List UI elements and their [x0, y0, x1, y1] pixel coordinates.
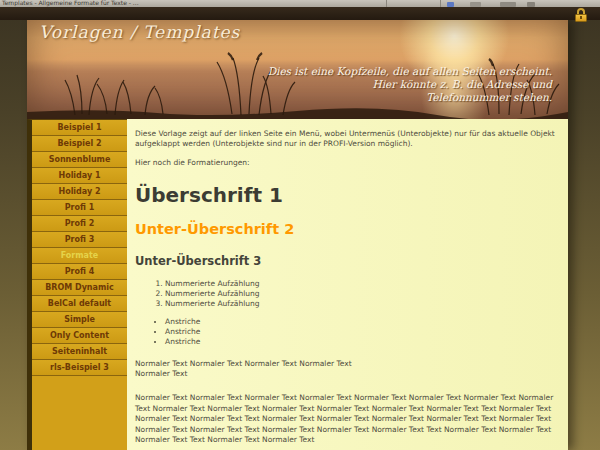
sidebar-item-seiteninhalt[interactable]: Seiteninhalt	[32, 344, 127, 360]
sidebar-item-beispiel-2[interactable]: Beispiel 2	[32, 136, 127, 152]
sidebar-item-beispiel-1[interactable]: Beispiel 1	[32, 120, 127, 136]
sidebar-item-formate[interactable]: Formate	[32, 248, 127, 264]
heading-3: Unter-Überschrift 3	[135, 254, 556, 268]
sidebar-item-holiday-1[interactable]: Holiday 1	[32, 168, 127, 184]
titlebar-divider	[386, 0, 387, 7]
numbered-list-item: Nummerierte Aufzählung	[165, 299, 556, 309]
bullet-list-item: Anstriche	[165, 337, 556, 347]
normal-text-sample: Normaler Text Normaler Text Normaler Tex…	[135, 359, 556, 379]
padlock-keyhole	[580, 16, 582, 19]
numbered-list-item: Nummerierte Aufzählung	[165, 279, 556, 289]
sidebar-menu: Beispiel 1 Beispiel 2 Sonnenblume Holida…	[27, 119, 127, 450]
header-tagline: Dies ist eine Kopfzeile, die auf allen S…	[268, 65, 552, 104]
browser-titlebar: Templates - Allgemeine Formate für Texte…	[0, 0, 600, 7]
sidebar-item-brom-dynamic[interactable]: BROM Dynamic	[32, 280, 127, 296]
numbered-list-item: Nummerierte Aufzählung	[165, 289, 556, 299]
tagline-line: Telefonnummer stehen.	[268, 91, 552, 104]
bullet-list: Anstriche Anstriche Anstriche	[165, 317, 556, 347]
intro-paragraph-2: Hier noch die Formatierungen:	[135, 158, 556, 168]
header-banner-image: Vorlagen / Templates Dies ist eine Kopfz…	[27, 20, 568, 119]
toolbar-icon-fragment	[470, 2, 481, 7]
browser-title-text: Templates - Allgemeine Formate für Texte…	[2, 0, 139, 6]
sidebar-item-holiday-2[interactable]: Holiday 2	[32, 184, 127, 200]
sidebar-item-belcal-default[interactable]: BelCal default	[32, 296, 127, 312]
bullet-list-item: Anstriche	[165, 327, 556, 337]
main-content: Diese Vorlage zeigt auf der linken Seite…	[127, 119, 568, 450]
sidebar-item-sonnenblume[interactable]: Sonnenblume	[32, 152, 127, 168]
intro-paragraph: Diese Vorlage zeigt auf der linken Seite…	[135, 129, 556, 149]
sidebar-item-profi-2[interactable]: Profi 2	[32, 216, 127, 232]
normal-text-block: Normaler Text Normaler Text Normaler Tex…	[135, 393, 556, 446]
tagline-line: Dies ist eine Kopfzeile, die auf allen S…	[268, 65, 552, 78]
titlebar-divider	[440, 0, 441, 7]
sidebar-item-simple[interactable]: Simple	[32, 312, 127, 328]
page: Templates - Allgemeine Formate für Texte…	[0, 0, 600, 450]
toolbar-icon-fragment	[527, 2, 535, 7]
sidebar-item-rls-beispiel-3[interactable]: rls-Beispiel 3	[32, 360, 127, 376]
site-title: Vorlagen / Templates	[39, 22, 240, 42]
sidebar-item-profi-4[interactable]: Profi 4	[32, 264, 127, 280]
heading-2: Unter-Überschrift 2	[135, 221, 556, 237]
normal-text-line: Normaler Text	[135, 369, 187, 378]
bullet-list-item: Anstriche	[165, 317, 556, 327]
toolbar-icon-fragment	[447, 2, 454, 7]
padlock-icon[interactable]	[575, 8, 587, 22]
page-top-bar	[0, 7, 600, 20]
sidebar-item-profi-3[interactable]: Profi 3	[32, 232, 127, 248]
tagline-line: Hier könnte z. B. die Adresse und	[268, 78, 552, 91]
heading-1: Überschrift 1	[135, 183, 556, 207]
normal-text-line: Normaler Text Normaler Text Normaler Tex…	[135, 359, 352, 368]
sidebar-item-profi-1[interactable]: Profi 1	[32, 200, 127, 216]
numbered-list: Nummerierte Aufzählung Nummerierte Aufzä…	[165, 279, 556, 309]
toolbar-icon-fragment	[500, 2, 516, 7]
site-frame: Vorlagen / Templates Dies ist eine Kopfz…	[27, 20, 568, 450]
sidebar-item-only-content[interactable]: Only Content	[32, 328, 127, 344]
